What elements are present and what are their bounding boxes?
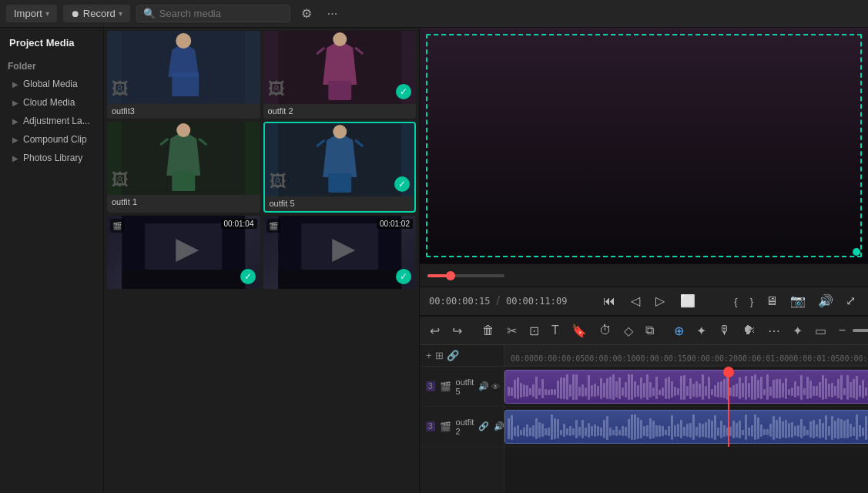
import-button[interactable]: Import ▾ <box>6 5 57 22</box>
sidebar-section-folder: Folder <box>0 58 103 75</box>
image-icon: 🖼 <box>112 170 129 190</box>
timeline-section: ↩ ↪ 🗑 ✂ ⊡ T 🔖 ⏱ ◇ ⧉ ⊕ ✦ 🎙 🗣 ⋯ ✦ ▭ <box>420 316 868 493</box>
audio-button[interactable]: 🔊 <box>815 293 836 309</box>
tl-ruler-marks: 00:00 00:00:00:05 00:00:00:10 00:00:00:1… <box>504 354 868 363</box>
tl-subtitle-button[interactable]: ▭ <box>811 322 830 340</box>
top-bar: Import ▾ ⏺ Record ▾ 🔍 ⚙ ··· <box>0 0 868 28</box>
sidebar-label-compound-clip: Compound Clip <box>23 134 87 145</box>
media-item-video1[interactable]: 00:01:04 🎬 ✓ <box>107 216 260 289</box>
track-mute-icon[interactable]: 🔊 <box>478 381 489 391</box>
sidebar-item-adjustment[interactable]: ▶ Adjustment La... <box>0 112 103 130</box>
sidebar-arrow-icon: ▶ <box>12 99 18 107</box>
media-item-outfit5[interactable]: 🖼 ✓ outfit 5 <box>263 122 417 213</box>
frame-back-button[interactable]: ◁ <box>628 293 643 309</box>
clip-outfit2[interactable] <box>504 410 868 444</box>
track-settings-button[interactable]: ⊞ <box>435 350 444 361</box>
mark-out-button[interactable]: } <box>747 295 756 308</box>
ruler-mark-2: 00:00:00:10 <box>585 354 635 363</box>
tl-sticker-button[interactable]: 🔖 <box>568 322 591 340</box>
more-button[interactable]: ··· <box>323 5 342 22</box>
timeline-tracks-area: 00:00 00:00:00:05 00:00:00:10 00:00:00:1… <box>504 345 868 493</box>
mark-in-button[interactable]: { <box>731 295 740 308</box>
sidebar-arrow-icon: ▶ <box>12 80 18 89</box>
zoom-fill <box>853 329 868 332</box>
tl-shape-button[interactable]: ◇ <box>620 322 637 340</box>
selected-check-outfit2: ✓ <box>396 84 411 99</box>
tl-vfx-button[interactable]: ✦ <box>789 322 806 340</box>
image-icon: 🖼 <box>112 79 129 99</box>
tl-crop-button[interactable]: ⊡ <box>525 322 543 340</box>
svg-rect-6 <box>328 81 351 100</box>
tl-label-toolbar: + ⊞ 🔗 <box>420 345 504 367</box>
tl-right: − + ⊞ ⋮ <box>835 322 868 340</box>
tl-multiclip-button[interactable]: ⧉ <box>642 322 658 339</box>
link-button[interactable]: 🔗 <box>447 350 459 361</box>
preview-progress-bar[interactable] <box>427 274 504 277</box>
clip-icon: 🎬 <box>110 219 124 233</box>
svg-rect-12 <box>172 172 195 191</box>
track-video-icon2: 🎬 <box>440 421 451 432</box>
sidebar-item-global-media[interactable]: ▶ Global Media <box>0 75 103 93</box>
sidebar-arrow-icon: ▶ <box>12 136 18 144</box>
snapshot-button[interactable]: 📷 <box>787 293 809 309</box>
tl-voice-button[interactable]: 🎙 <box>715 322 735 339</box>
media-item-outfit2[interactable]: 🖼 ✓ outfit 2 <box>263 31 417 119</box>
ruler-mark-4: 00:00:00:20 <box>687 354 738 363</box>
sidebar-label-cloud-media: Cloud Media <box>23 97 75 108</box>
play-button[interactable]: ▷ <box>652 293 668 309</box>
sidebar-item-compound-clip[interactable]: ▶ Compound Clip <box>0 130 103 149</box>
sidebar-arrow-icon: ▶ <box>12 117 18 126</box>
progress-thumb[interactable] <box>446 271 455 280</box>
crop-button[interactable]: ⬜ <box>677 293 699 309</box>
tl-transition-button[interactable]: ⋯ <box>764 322 784 340</box>
selected-check-outfit5: ✓ <box>394 176 410 192</box>
tl-tracks <box>504 367 868 447</box>
media-label-outfit2: outfit 2 <box>263 104 417 119</box>
track-mute-icon2[interactable]: 🔊 <box>494 421 504 431</box>
filter-button[interactable]: ⚙ <box>297 5 317 22</box>
fullscreen-button[interactable]: ⤢ <box>843 293 859 309</box>
selected-check-video1: ✓ <box>240 269 256 284</box>
track-link-icon: 🔗 <box>478 421 489 431</box>
search-icon: 🔍 <box>143 8 156 19</box>
tl-delete-button[interactable]: 🗑 <box>478 322 498 339</box>
media-item-video2[interactable]: 00:01:02 🎬 ✓ <box>263 216 417 289</box>
timeline-body: + ⊞ 🔗 3 🎬 outfit 5 🔊 👁 3 <box>420 345 868 493</box>
add-track-button[interactable]: + <box>426 350 432 361</box>
tl-undo-button[interactable]: ↩ <box>426 322 444 340</box>
ruler-mark-6: 00:00:01:05 <box>789 354 840 363</box>
svg-rect-25 <box>122 270 245 289</box>
sidebar-label-global-media: Global Media <box>23 79 78 89</box>
ruler-mark-7: 00:00:01:10 <box>840 354 868 363</box>
svg-point-19 <box>333 125 347 139</box>
search-input[interactable] <box>159 8 283 19</box>
sidebar: Project Media Folder ▶ Global Media ▶ Cl… <box>0 28 104 493</box>
tl-voiceover-button[interactable]: 🗣 <box>739 322 759 339</box>
tl-text-button[interactable]: T <box>548 322 563 339</box>
jump-back-button[interactable]: ⏮ <box>600 293 618 309</box>
timeline-toolbar: ↩ ↪ 🗑 ✂ ⊡ T 🔖 ⏱ ◇ ⧉ ⊕ ✦ 🎙 🗣 ⋯ ✦ ▭ <box>420 316 868 345</box>
tl-redo-button[interactable]: ↪ <box>448 322 466 340</box>
media-item-outfit1[interactable]: 🖼 outfit 1 <box>107 122 260 213</box>
corner-handle[interactable] <box>853 248 860 256</box>
tl-color-button[interactable]: ✦ <box>692 322 710 340</box>
svg-rect-18 <box>328 173 351 193</box>
record-button[interactable]: ⏺ Record ▾ <box>63 5 130 22</box>
tl-zoom-out-button[interactable]: − <box>835 322 850 339</box>
monitor-button[interactable]: 🖥 <box>762 293 781 309</box>
record-icon: ⏺ <box>71 8 80 19</box>
tl-speed-button[interactable]: ⏱ <box>595 322 615 339</box>
preview-scene-svg: RACECAR <box>420 28 868 263</box>
track-eye-icon[interactable]: 👁 <box>491 382 500 391</box>
svg-rect-3 <box>172 73 199 96</box>
sidebar-item-photos-library[interactable]: ▶ Photos Library <box>0 149 103 167</box>
tl-cut-button[interactable]: ✂ <box>503 322 521 340</box>
clip-icon: 🎬 <box>266 219 280 233</box>
media-item-outfit3[interactable]: 🖼 outfit3 <box>107 31 260 119</box>
sidebar-item-cloud-media[interactable]: ▶ Cloud Media <box>0 93 103 112</box>
tl-zoom-slider[interactable] <box>853 329 868 332</box>
tl-ripple-button[interactable]: ⊕ <box>670 322 688 340</box>
track-controls: 🔊 👁 <box>478 381 500 391</box>
clip-outfit5[interactable] <box>504 370 868 404</box>
sidebar-title: Project Media <box>0 34 103 55</box>
